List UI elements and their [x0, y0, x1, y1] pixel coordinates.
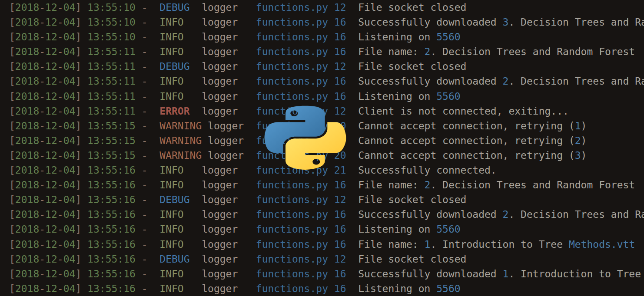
- date-year: 2018: [15, 283, 39, 294]
- date-hyphen-icon: -: [39, 268, 45, 280]
- log-level: WARNING: [159, 133, 208, 148]
- log-level: INFO: [159, 30, 202, 44]
- date-month: 12: [45, 268, 57, 280]
- log-line: [2018-12-04] 13:55:16 - INFOloggerfuncti…: [9, 207, 644, 222]
- logger-name: logger: [208, 148, 256, 163]
- timestamp-close-bracket: ]: [75, 31, 81, 43]
- source-line-number: 16: [328, 15, 346, 30]
- log-level: ERROR: [159, 104, 202, 118]
- timestamp-open-bracket: [: [9, 46, 15, 57]
- log-message-segment: Listening on: [358, 283, 436, 294]
- log-level: INFO: [159, 237, 202, 252]
- date-day: 04: [63, 61, 76, 72]
- date-day: 04: [63, 209, 76, 220]
- log-level: WARNING: [159, 148, 208, 163]
- log-message-segment: Cannot accept connection, retrying (: [358, 120, 575, 132]
- log-level: WARNING: [159, 118, 208, 133]
- source-line-number: 16: [328, 44, 346, 59]
- source-line-number: 16: [328, 266, 346, 281]
- date-year: 2018: [15, 135, 39, 146]
- date-month: 12: [45, 16, 57, 28]
- log-message-segment: Client is not connected, exiting...: [358, 105, 569, 117]
- date-hyphen-icon: -: [39, 135, 45, 146]
- logger-name: logger: [202, 207, 256, 222]
- date-year: 2018: [15, 150, 39, 161]
- log-message-segment: Cannot accept connection, retrying (: [358, 150, 575, 161]
- log-message-segment: . Introduction to Tree: [430, 239, 569, 250]
- source-line-number: 16: [328, 222, 346, 237]
- log-time: 13:55:11: [87, 76, 136, 87]
- log-message-segment: 1: [425, 239, 431, 250]
- log-line: [2018-12-04] 13:55:16 - INFOloggerfuncti…: [9, 222, 644, 237]
- log-message-segment: ): [581, 120, 587, 132]
- log-level: INFO: [159, 89, 202, 104]
- log-message-segment: ): [581, 150, 587, 161]
- date-hyphen-icon: -: [39, 150, 45, 161]
- log-line: [2018-12-04] 13:55:16 - INFOloggerfuncti…: [9, 266, 644, 281]
- date-month: 12: [45, 253, 57, 265]
- date-hyphen-icon: -: [39, 164, 45, 176]
- timestamp-open-bracket: [: [9, 209, 15, 220]
- log-message-segment: 3: [575, 150, 581, 161]
- separator-dash: -: [142, 194, 148, 205]
- terminal-screen: [2018-12-04] 13:55:10 - DEBUGloggerfunct…: [0, 0, 644, 296]
- date-month: 12: [45, 31, 57, 43]
- date-year: 2018: [15, 209, 39, 220]
- date-hyphen-icon: -: [57, 224, 63, 235]
- log-level: INFO: [159, 74, 202, 89]
- separator-dash: -: [142, 253, 148, 265]
- date-hyphen-icon: -: [39, 46, 45, 57]
- date-day: 04: [63, 16, 76, 28]
- timestamp-close-bracket: ]: [75, 268, 81, 280]
- date-hyphen-icon: -: [57, 105, 63, 117]
- log-message-segment: File name:: [358, 179, 424, 191]
- separator-dash: -: [142, 46, 148, 57]
- timestamp-open-bracket: [: [9, 253, 15, 265]
- log-message-segment: 5560: [436, 283, 460, 294]
- log-line: [2018-12-04] 13:55:11 - INFOloggerfuncti…: [9, 89, 644, 104]
- date-month: 12: [45, 179, 57, 191]
- log-level: INFO: [159, 207, 202, 222]
- log-time: 13:55:11: [87, 46, 136, 57]
- source-file: functions.py: [256, 76, 328, 87]
- timestamp-open-bracket: [: [9, 2, 15, 13]
- date-day: 04: [63, 150, 76, 161]
- logger-name: logger: [208, 133, 256, 148]
- log-message-segment: . Decision Trees and Ra: [508, 16, 644, 28]
- date-month: 12: [45, 209, 57, 220]
- timestamp-close-bracket: ]: [75, 150, 81, 161]
- date-hyphen-icon: -: [39, 105, 45, 117]
- source-file: functions.py: [256, 31, 328, 43]
- log-message-segment: 2: [575, 135, 581, 146]
- logger-name: logger: [202, 178, 256, 192]
- log-message-segment: 5560: [436, 91, 460, 102]
- date-day: 04: [63, 164, 76, 176]
- date-year: 2018: [15, 61, 39, 72]
- log-line: [2018-12-04] 13:55:16 - DEBUGloggerfunct…: [9, 192, 644, 207]
- date-day: 04: [63, 76, 76, 87]
- log-message-segment: . Decision Trees and Random Forest: [430, 46, 635, 57]
- timestamp-open-bracket: [: [9, 164, 15, 176]
- date-month: 12: [45, 135, 57, 146]
- log-time: 13:55:15: [87, 150, 136, 161]
- timestamp-open-bracket: [: [9, 61, 15, 72]
- log-time: 13:55:16: [87, 224, 136, 235]
- date-year: 2018: [15, 253, 39, 265]
- source-line-number: 12: [328, 252, 346, 266]
- date-month: 12: [45, 194, 57, 205]
- timestamp-open-bracket: [: [9, 91, 15, 102]
- timestamp-close-bracket: ]: [75, 76, 81, 87]
- date-year: 2018: [15, 31, 39, 43]
- source-file: functions.py: [256, 239, 328, 250]
- log-time: 13:55:10: [87, 2, 136, 13]
- date-month: 12: [45, 164, 57, 176]
- log-line: [2018-12-04] 13:55:11 - INFOloggerfuncti…: [9, 74, 644, 89]
- source-line-number: 16: [328, 89, 346, 104]
- log-time: 13:55:16: [87, 239, 136, 250]
- log-line: [2018-12-04] 13:55:10 - INFOloggerfuncti…: [9, 15, 644, 30]
- log-message-segment: 2: [425, 46, 431, 57]
- date-day: 04: [63, 283, 76, 294]
- date-hyphen-icon: -: [39, 2, 45, 13]
- logger-name: logger: [202, 74, 256, 89]
- timestamp-close-bracket: ]: [75, 283, 81, 294]
